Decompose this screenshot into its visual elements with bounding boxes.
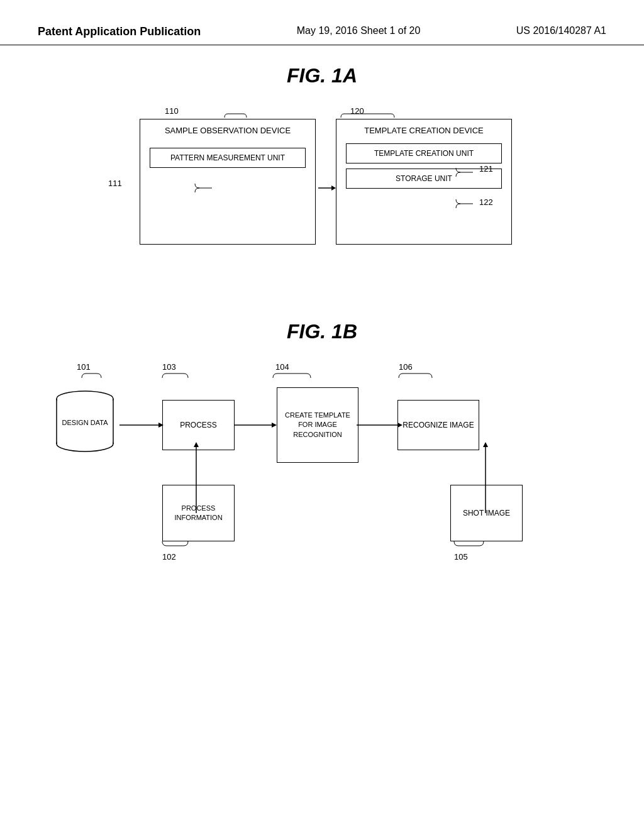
- template-unit-box: TEMPLATE CREATION UNIT: [346, 143, 502, 163]
- fig1b-title: FIG. 1B: [38, 320, 606, 343]
- shot-image-box: SHOT IMAGE: [450, 485, 523, 541]
- svg-marker-3: [331, 185, 336, 191]
- svg-marker-10: [272, 423, 277, 428]
- device2-title: TEMPLATE CREATION DEVICE: [336, 119, 511, 138]
- svg-text:DESIGN DATA: DESIGN DATA: [62, 419, 108, 426]
- fig1a-title: FIG. 1A: [38, 64, 606, 87]
- ref-103: 103: [162, 362, 176, 372]
- fig1a-section: FIG. 1A 110: [0, 45, 644, 289]
- recognize-image-box: RECOGNIZE IMAGE: [397, 400, 479, 450]
- ref-106: 106: [399, 362, 413, 372]
- storage-unit-box: STORAGE UNIT: [346, 169, 502, 189]
- ref-102: 102: [162, 552, 176, 562]
- device1-box: SAMPLE OBSERVATION DEVICE PATTERN MEASUR…: [140, 119, 316, 245]
- ref-120: 120: [350, 106, 364, 116]
- svg-marker-16: [483, 442, 488, 447]
- ref-104: 104: [275, 362, 289, 372]
- process-info-box: PROCESS INFORMATION: [162, 485, 235, 541]
- device1-title: SAMPLE OBSERVATION DEVICE: [140, 119, 315, 141]
- ref-101: 101: [77, 362, 91, 372]
- process-box: PROCESS: [162, 400, 235, 450]
- header-left: Patent Application Publication: [38, 25, 201, 38]
- fig1b-section: FIG. 1B: [0, 301, 644, 620]
- ref-105: 105: [454, 552, 468, 562]
- ref-122: 122: [479, 197, 493, 207]
- header: Patent Application Publication May 19, 2…: [0, 0, 644, 45]
- device2-box: TEMPLATE CREATION DEVICE TEMPLATE CREATI…: [336, 119, 512, 245]
- ref-121: 121: [479, 164, 493, 174]
- pattern-unit-box: PATTERN MEASUREMENT UNIT: [150, 148, 306, 168]
- create-template-box: CREATE TEMPLATE FOR IMAGE RECOGNITION: [277, 387, 358, 463]
- ref-111: 111: [108, 179, 122, 188]
- design-data-container: DESIGN DATA: [48, 381, 121, 469]
- header-right: US 2016/140287 A1: [516, 25, 606, 36]
- cylinder-svg: DESIGN DATA: [53, 387, 116, 463]
- page: Patent Application Publication May 19, 2…: [0, 0, 644, 830]
- header-center: May 19, 2016 Sheet 1 of 20: [297, 25, 421, 36]
- ref-110: 110: [165, 106, 179, 116]
